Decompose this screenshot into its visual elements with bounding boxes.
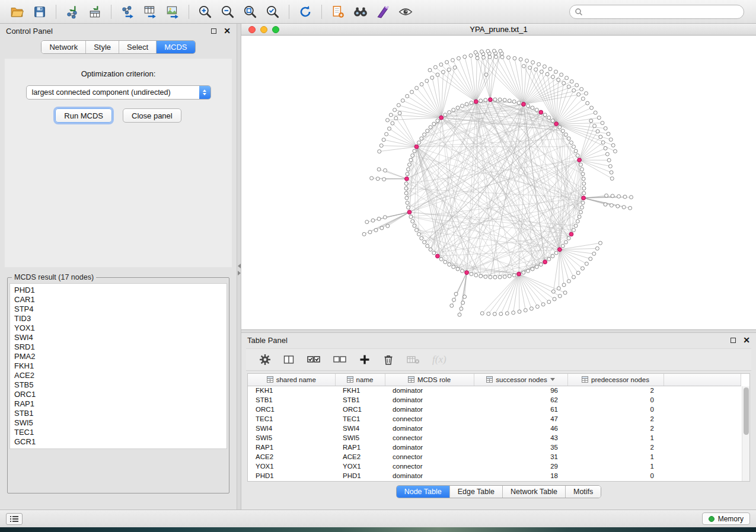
cell-predecessors[interactable]: 0 xyxy=(567,405,664,414)
apply-style-button[interactable] xyxy=(372,2,394,21)
column-header-shared-name[interactable]: shared name xyxy=(248,374,335,386)
panel-splitter[interactable] xyxy=(237,24,241,509)
cell-predecessors[interactable]: 1 xyxy=(567,462,664,471)
cell-predecessors[interactable]: 2 xyxy=(567,424,664,433)
cell-shared_name[interactable]: SWI5 xyxy=(248,433,335,443)
cell-shared_name[interactable]: ORC1 xyxy=(248,405,335,414)
table-row[interactable]: YOX1YOX1connector291 xyxy=(248,462,741,471)
table-row[interactable]: FKH1FKH1dominator962 xyxy=(248,386,741,395)
search-box[interactable] xyxy=(569,5,744,19)
cell-name[interactable]: STB1 xyxy=(335,395,385,405)
zoom-in-button[interactable] xyxy=(194,2,216,21)
delete-row-button[interactable] xyxy=(382,354,394,366)
export-table-button[interactable] xyxy=(139,2,161,21)
collapse-right-icon[interactable] xyxy=(238,271,241,275)
mcds-result-item[interactable]: STP4 xyxy=(10,305,227,314)
search-input[interactable] xyxy=(583,8,739,16)
open-folder-button[interactable] xyxy=(6,2,28,21)
mcds-result-item[interactable]: TEC1 xyxy=(10,428,227,437)
cell-role[interactable]: dominator xyxy=(385,471,474,480)
cell-successors[interactable]: 31 xyxy=(474,452,567,462)
cell-successors[interactable]: 46 xyxy=(474,424,567,433)
cell-successors[interactable]: 35 xyxy=(474,443,567,452)
close-panel-icon[interactable]: ✕ xyxy=(224,27,231,35)
clone-network-button[interactable] xyxy=(327,2,349,21)
cell-shared_name[interactable]: RAP1 xyxy=(248,443,335,452)
cell-shared_name[interactable]: STB1 xyxy=(248,395,335,405)
tab-network[interactable]: Network xyxy=(42,41,86,53)
tab-network-table[interactable]: Network Table xyxy=(503,486,566,498)
table-row[interactable]: RAP1RAP1dominator352 xyxy=(248,443,741,452)
export-network-button[interactable] xyxy=(116,2,139,21)
mcds-result-item[interactable]: STB5 xyxy=(10,380,227,390)
tab-style[interactable]: Style xyxy=(86,41,119,53)
zoom-fit-button[interactable] xyxy=(239,2,261,21)
export-image-button[interactable] xyxy=(161,2,184,21)
cell-role[interactable]: connector xyxy=(385,452,474,462)
cell-name[interactable]: YOX1 xyxy=(335,462,385,471)
cell-predecessors[interactable]: 2 xyxy=(567,443,664,452)
memory-button[interactable]: Memory xyxy=(702,512,750,525)
cell-shared_name[interactable]: ACE2 xyxy=(248,452,335,462)
table-row[interactable]: ORC1ORC1dominator610 xyxy=(248,405,741,414)
mcds-result-item[interactable]: SWI4 xyxy=(10,333,227,342)
cell-name[interactable]: PHD1 xyxy=(335,471,385,480)
cell-shared_name[interactable]: PHD1 xyxy=(248,471,335,480)
cell-predecessors[interactable]: 1 xyxy=(567,433,664,443)
table-scrollbar[interactable] xyxy=(742,386,749,481)
network-view[interactable] xyxy=(241,36,755,329)
table-settings-button[interactable] xyxy=(259,354,271,366)
maximize-window-icon[interactable] xyxy=(272,26,279,33)
float-table-panel-icon[interactable] xyxy=(731,338,736,343)
column-header-predecessor-nodes[interactable]: predecessor nodes xyxy=(567,374,664,386)
table-row[interactable]: ACE2ACE2connector311 xyxy=(248,452,741,462)
column-header-MCDS-role[interactable]: MCDS role xyxy=(385,374,474,386)
task-history-button[interactable] xyxy=(6,513,23,525)
cell-role[interactable]: dominator xyxy=(385,443,474,452)
table-row[interactable]: PHD1PHD1dominator180 xyxy=(248,471,741,480)
refresh-button[interactable] xyxy=(294,2,317,21)
import-network-button[interactable] xyxy=(61,2,84,21)
table-row[interactable]: SWI4SWI4dominator462 xyxy=(248,424,741,433)
cell-name[interactable]: SWI4 xyxy=(335,424,385,433)
cell-predecessors[interactable]: 0 xyxy=(567,471,664,480)
mcds-result-item[interactable]: RAP1 xyxy=(10,399,227,409)
table-scrollbar-thumb[interactable] xyxy=(744,387,749,435)
network-window-titlebar[interactable]: YPA_prune.txt_1 xyxy=(241,24,756,36)
unselect-all-rows-button[interactable] xyxy=(333,354,347,366)
close-panel-button[interactable]: Close panel xyxy=(123,108,181,123)
cell-successors[interactable]: 18 xyxy=(474,471,567,480)
zoom-out-button[interactable] xyxy=(216,2,239,21)
table-row[interactable]: STB1STB1dominator620 xyxy=(248,395,741,405)
tab-node-table[interactable]: Node Table xyxy=(397,486,450,498)
cell-predecessors[interactable]: 2 xyxy=(567,414,664,424)
cell-role[interactable]: dominator xyxy=(385,386,474,395)
cell-shared_name[interactable]: TEC1 xyxy=(248,414,335,424)
tab-select[interactable]: Select xyxy=(119,41,157,53)
zoom-selected-button[interactable] xyxy=(261,2,284,21)
float-panel-icon[interactable] xyxy=(211,28,216,34)
tab-edge-table[interactable]: Edge Table xyxy=(450,486,503,498)
cell-shared_name[interactable]: FKH1 xyxy=(248,386,335,395)
first-neighbors-button[interactable] xyxy=(349,2,372,21)
mcds-result-item[interactable]: ACE2 xyxy=(10,371,227,380)
mcds-result-item[interactable]: SWI5 xyxy=(10,418,227,428)
collapse-left-icon[interactable] xyxy=(238,264,241,268)
cell-shared_name[interactable]: YOX1 xyxy=(248,462,335,471)
tab-mcds[interactable]: MCDS xyxy=(157,41,194,53)
cell-successors[interactable]: 62 xyxy=(474,395,567,405)
criterion-dropdown[interactable]: largest connected component (undirected) xyxy=(26,85,211,100)
mcds-result-item[interactable]: FKH1 xyxy=(10,361,227,371)
cell-role[interactable]: dominator xyxy=(385,424,474,433)
cell-predecessors[interactable]: 0 xyxy=(567,395,664,405)
cell-shared_name[interactable]: SWI4 xyxy=(248,424,335,433)
run-mcds-button[interactable]: Run MCDS xyxy=(55,108,112,123)
mcds-result-item[interactable]: CAR1 xyxy=(10,295,227,305)
close-window-icon[interactable] xyxy=(248,26,256,33)
cell-successors[interactable]: 61 xyxy=(474,405,567,414)
cell-successors[interactable]: 47 xyxy=(474,414,567,424)
cell-name[interactable]: FKH1 xyxy=(335,386,385,395)
column-header-successor-nodes[interactable]: successor nodes xyxy=(474,374,567,386)
column-layout-button[interactable] xyxy=(283,354,295,366)
table-row[interactable]: SWI5SWI5connector431 xyxy=(248,433,741,443)
